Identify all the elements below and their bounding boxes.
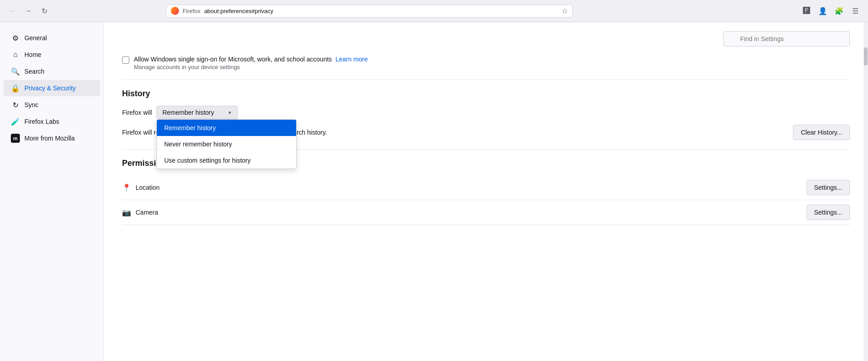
history-section-title: History — [122, 89, 850, 98]
sidebar-item-firefox-labs[interactable]: 🧪 Firefox Labs — [4, 113, 100, 130]
section-divider-history — [122, 80, 850, 80]
permission-row-camera: 📷 Camera Settings... — [122, 200, 850, 225]
toolbar-icons: 🅿 👤 🧩 ☰ — [799, 4, 863, 18]
camera-settings-button[interactable]: Settings... — [807, 205, 850, 220]
permission-label-location: 📍 Location — [122, 183, 160, 192]
firefox-will-prefix: Firefox will — [122, 109, 152, 116]
location-label: Location — [136, 184, 160, 191]
find-settings-container: 🔍 — [723, 31, 850, 47]
lock-icon: 🔒 — [11, 84, 20, 93]
camera-label: Camera — [136, 209, 158, 216]
sso-sublabel: Manage accounts in your device settings — [134, 64, 368, 70]
sso-checkbox-row: Allow Windows single sign-on for Microso… — [122, 56, 850, 70]
permission-row-location: 📍 Location Settings... — [122, 175, 850, 200]
find-settings-input[interactable] — [723, 31, 850, 47]
find-settings-wrap: 🔍 — [122, 31, 850, 47]
sidebar-label-sync: Sync — [24, 101, 38, 108]
location-settings-button[interactable]: Settings... — [807, 180, 850, 195]
history-row: Firefox will Remember history ▼ Remember… — [122, 106, 850, 119]
sync-icon: ↻ — [11, 100, 20, 109]
history-section: History Firefox will Remember history ▼ … — [122, 89, 850, 140]
url-text[interactable]: about:preferences#privacy — [204, 8, 557, 14]
sidebar-label-search: Search — [24, 68, 44, 75]
home-icon: ⌂ — [11, 50, 20, 59]
gear-icon: ⚙ — [11, 33, 20, 42]
back-button[interactable]: ← — [5, 5, 18, 17]
extensions-button[interactable]: 🧩 — [832, 4, 846, 18]
sidebar-item-home[interactable]: ⌂ Home — [4, 47, 100, 63]
dropdown-option-never[interactable]: Never remember history — [157, 136, 296, 152]
history-dropdown-menu: Remember history Never remember history … — [156, 119, 297, 169]
scrollbar-track — [863, 22, 868, 361]
sso-label: Allow Windows single sign-on for Microso… — [134, 56, 368, 63]
sidebar-label-general: General — [24, 34, 47, 42]
account-button[interactable]: 👤 — [816, 4, 830, 18]
dropdown-arrow-icon: ▼ — [227, 110, 232, 115]
history-dropdown-selected: Remember history — [162, 109, 214, 116]
pocket-button[interactable]: 🅿 — [799, 4, 814, 18]
sidebar: ⚙ General ⌂ Home 🔍 Search 🔒 Privacy & Se… — [0, 22, 104, 361]
dropdown-option-remember[interactable]: Remember history — [157, 120, 296, 136]
browser-toolbar: ← → ↻ Firefox about:preferences#privacy … — [0, 0, 868, 22]
forward-button[interactable]: → — [22, 5, 34, 17]
mozilla-icon: m — [11, 134, 20, 143]
sso-checkbox[interactable] — [122, 56, 129, 64]
history-dropdown-container: Remember history ▼ Remember history Neve… — [156, 106, 238, 119]
sidebar-item-sync[interactable]: ↻ Sync — [4, 97, 100, 113]
firefox-label: Firefox — [183, 8, 201, 14]
bookmark-icon[interactable]: ☆ — [561, 7, 568, 15]
browser-chrome: ← → ↻ Firefox about:preferences#privacy … — [0, 0, 868, 22]
page-layout: ⚙ General ⌂ Home 🔍 Search 🔒 Privacy & Se… — [0, 22, 868, 361]
scrollbar-thumb[interactable] — [864, 47, 868, 66]
sso-learn-more-link[interactable]: Learn more — [335, 56, 368, 63]
sidebar-item-privacy[interactable]: 🔒 Privacy & Security — [4, 80, 100, 96]
location-icon: 📍 — [122, 183, 131, 192]
camera-icon: 📷 — [122, 208, 131, 217]
sidebar-label-labs: Firefox Labs — [24, 118, 59, 125]
reload-button[interactable]: ↻ — [38, 5, 51, 17]
clear-history-button[interactable]: Clear History... — [793, 125, 850, 140]
permission-label-camera: 📷 Camera — [122, 208, 158, 217]
search-icon: 🔍 — [11, 67, 20, 76]
content-area: 🔍 Allow Windows single sign-on for Micro… — [104, 22, 868, 361]
firefox-logo — [171, 7, 179, 15]
history-dropdown-trigger[interactable]: Remember history ▼ — [156, 106, 238, 119]
labs-icon: 🧪 — [11, 117, 20, 126]
sidebar-item-search[interactable]: 🔍 Search — [4, 63, 100, 80]
address-bar[interactable]: Firefox about:preferences#privacy ☆ — [166, 5, 573, 18]
sidebar-label-privacy: Privacy & Security — [24, 84, 76, 92]
dropdown-option-custom[interactable]: Use custom settings for history — [157, 152, 296, 169]
sidebar-item-mozilla[interactable]: m More from Mozilla — [4, 130, 100, 146]
menu-button[interactable]: ☰ — [848, 4, 863, 18]
sidebar-label-mozilla: More from Mozilla — [24, 135, 75, 142]
sidebar-label-home: Home — [24, 51, 41, 58]
sidebar-item-general[interactable]: ⚙ General — [4, 30, 100, 46]
